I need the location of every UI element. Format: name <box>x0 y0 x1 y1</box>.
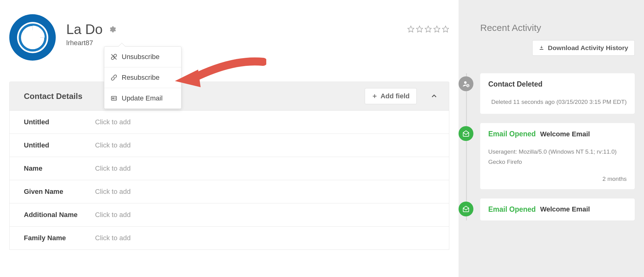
field-row: Name Click to add <box>10 157 449 180</box>
activity-body: Useragent: Mozilla/5.0 (Windows NT 5.1; … <box>488 147 627 167</box>
field-label: Given Name <box>24 188 95 196</box>
field-label: Additional Name <box>24 211 95 219</box>
email-opened-icon <box>459 202 473 216</box>
svg-marker-5 <box>434 26 440 32</box>
field-input[interactable]: Click to add <box>95 211 131 219</box>
contact-email: lrheart87 <box>66 39 116 47</box>
activity-card: Contact Deleted Deleted 11 seconds ago (… <box>480 73 635 114</box>
menu-update-email[interactable]: Update Email <box>104 88 181 109</box>
field-label: Family Name <box>24 234 95 242</box>
activity-sidebar: Recent Activity Download Activity Histor… <box>459 0 644 277</box>
svg-marker-2 <box>408 26 414 32</box>
field-input[interactable]: Click to add <box>95 188 131 196</box>
avatar <box>9 14 56 61</box>
svg-line-18 <box>467 85 468 86</box>
field-input[interactable]: Click to add <box>95 141 131 149</box>
menu-label: Unsubscribe <box>122 53 159 61</box>
activity-card: Email Opened Welcome Email <box>480 198 635 220</box>
activity-body: Deleted 11 seconds ago (03/15/2020 3:15 … <box>488 97 627 107</box>
star-icon[interactable] <box>442 25 449 33</box>
field-row: Given Name Click to add <box>10 180 449 203</box>
activity-title: Email Opened <box>488 205 536 214</box>
download-activity-button[interactable]: Download Activity History <box>532 40 635 56</box>
settings-dropdown: Unsubscribe Resubscribe Update Email <box>104 46 181 109</box>
contact-name: La Do <box>66 22 102 37</box>
svg-rect-15 <box>540 49 543 50</box>
star-icon[interactable] <box>433 25 441 33</box>
star-icon[interactable] <box>416 25 423 33</box>
svg-marker-3 <box>416 26 423 32</box>
field-row: Untitled Click to add <box>10 111 449 134</box>
contact-details-panel: Contact Details Add field Untitled Click… <box>9 82 449 250</box>
star-icon[interactable] <box>424 25 432 33</box>
field-row: Family Name Click to add <box>10 227 449 250</box>
panel-title: Contact Details <box>24 92 365 101</box>
activity-subject: Welcome Email <box>540 205 590 213</box>
menu-label: Update Email <box>122 94 163 102</box>
activity-subject: Welcome Email <box>540 130 590 138</box>
menu-label: Resubscribe <box>122 74 159 82</box>
field-label: Untitled <box>24 118 95 126</box>
svg-point-16 <box>464 81 467 84</box>
field-input[interactable]: Click to add <box>95 164 131 173</box>
activity-title: Email Opened <box>488 130 536 138</box>
field-row: Additional Name Click to add <box>10 203 449 227</box>
rating-stars[interactable] <box>407 25 449 33</box>
menu-unsubscribe[interactable]: Unsubscribe <box>104 47 181 67</box>
collapse-button[interactable] <box>425 88 443 104</box>
add-field-button[interactable]: Add field <box>365 88 417 104</box>
field-input[interactable]: Click to add <box>95 118 131 126</box>
svg-point-9 <box>112 98 114 99</box>
star-icon[interactable] <box>407 25 415 33</box>
download-label: Download Activity History <box>548 44 628 52</box>
user-deleted-icon <box>459 76 473 91</box>
recent-activity-title: Recent Activity <box>480 23 635 33</box>
add-field-label: Add field <box>381 92 410 100</box>
contact-header: La Do lrheart87 <box>9 14 449 61</box>
menu-resubscribe[interactable]: Resubscribe <box>104 67 181 88</box>
email-opened-icon <box>459 126 473 141</box>
activity-card: Email Opened Welcome Email Useragent: Mo… <box>480 123 635 189</box>
field-label: Untitled <box>24 141 95 149</box>
activity-footer: 2 months <box>488 176 627 182</box>
activity-title: Contact Deleted <box>488 80 542 88</box>
field-row: Untitled Click to add <box>10 134 449 157</box>
svg-marker-6 <box>442 26 449 32</box>
svg-marker-4 <box>425 26 431 32</box>
field-input[interactable]: Click to add <box>95 234 131 242</box>
gear-icon[interactable] <box>108 25 116 33</box>
field-label: Name <box>24 164 95 173</box>
